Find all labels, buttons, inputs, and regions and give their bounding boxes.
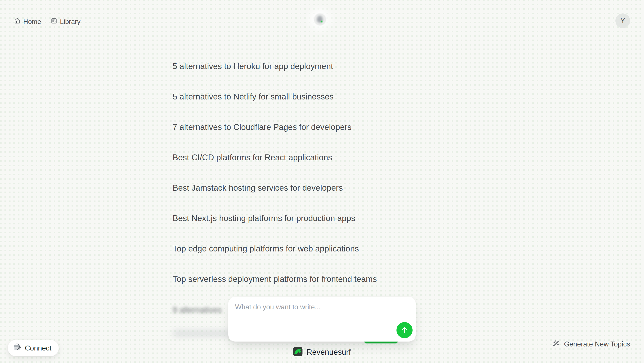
topic-item[interactable]: Top edge computing platforms for web app… — [173, 245, 377, 253]
generate-new-topics-button[interactable]: Generate New Topics — [553, 339, 630, 349]
logo-blob — [316, 15, 324, 24]
topic-item[interactable]: Top serverless deployment platforms for … — [173, 275, 377, 283]
app-root: Home Library Y 5 alternatives to Heroku … — [0, 0, 644, 363]
wand-sparkles-icon — [553, 340, 559, 348]
topic-item[interactable]: Best Jamstack hosting services for devel… — [173, 184, 377, 192]
topic-item[interactable]: 5 alternatives to Netlify for small busi… — [173, 92, 377, 101]
topic-label: Top edge computing platforms for web app… — [173, 244, 359, 253]
topic-label: Best Jamstack hosting services for devel… — [173, 183, 343, 192]
library-icon — [51, 18, 57, 25]
topic-label: 5 alternatives to Netlify for small busi… — [173, 92, 334, 101]
topic-label: 7 alternatives to Cloudflare Pages for d… — [173, 122, 352, 132]
house-icon — [14, 18, 20, 25]
brand-revenuesurf[interactable]: Revenuesurf — [293, 347, 351, 357]
toolbox-icon — [13, 343, 22, 354]
topic-item[interactable]: Best Next.js hosting platforms for produ… — [173, 214, 377, 222]
topic-label: 5 alternatives to Heroku for app deploym… — [173, 62, 333, 71]
connect-button[interactable]: Connect — [8, 340, 59, 356]
top-nav: Home Library — [14, 18, 80, 25]
topic-item[interactable]: Best CI/CD platforms for React applicati… — [173, 153, 377, 162]
generate-label: Generate New Topics — [564, 340, 630, 348]
send-button[interactable] — [396, 322, 412, 338]
nav-library[interactable]: Library — [51, 18, 80, 25]
brand-name: Revenuesurf — [306, 348, 351, 357]
composer-input[interactable] — [235, 303, 382, 334]
avatar-initial: Y — [620, 17, 625, 25]
connect-label: Connect — [25, 344, 52, 352]
nav-home-label: Home — [23, 18, 41, 25]
composer-card — [228, 297, 416, 342]
topic-label: Best Next.js hosting platforms for produ… — [173, 214, 355, 223]
arrow-up-icon — [400, 326, 408, 335]
blurred-logo — [314, 13, 326, 25]
logo-green-dot — [321, 21, 322, 22]
nav-library-label: Library — [60, 18, 80, 25]
topic-item[interactable]: 7 alternatives to Cloudflare Pages for d… — [173, 123, 377, 131]
blurred-topic: 9 alternatives — [173, 305, 222, 315]
topic-list: 5 alternatives to Heroku for app deploym… — [173, 62, 377, 283]
revenuesurf-logo-icon — [293, 347, 302, 357]
topic-label: Top serverless deployment platforms for … — [173, 275, 377, 284]
topic-item[interactable]: 5 alternatives to Heroku for app deploym… — [173, 62, 377, 70]
nav-home[interactable]: Home — [14, 18, 41, 25]
user-avatar[interactable]: Y — [616, 13, 630, 28]
topic-label: Best CI/CD platforms for React applicati… — [173, 153, 332, 162]
